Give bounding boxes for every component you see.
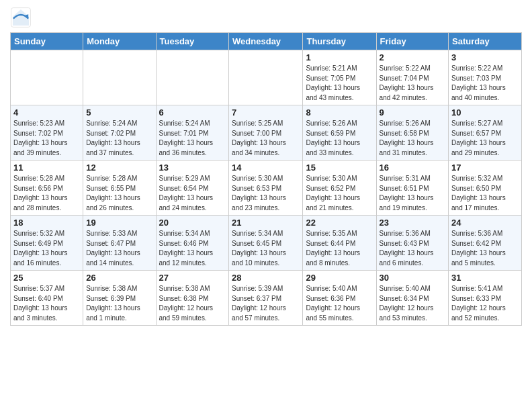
day-info: Sunrise: 5:38 AM Sunset: 6:38 PM Dayligh… xyxy=(159,284,226,323)
day-number: 4 xyxy=(13,107,80,118)
day-number: 19 xyxy=(86,218,152,228)
week-row-5: 25Sunrise: 5:37 AM Sunset: 6:40 PM Dayli… xyxy=(11,271,522,326)
calendar-cell: 17Sunrise: 5:32 AM Sunset: 6:50 PM Dayli… xyxy=(449,161,522,216)
calendar-cell: 2Sunrise: 5:22 AM Sunset: 7:04 PM Daylig… xyxy=(376,50,448,105)
day-number: 28 xyxy=(232,273,300,283)
day-info: Sunrise: 5:26 AM Sunset: 6:59 PM Dayligh… xyxy=(306,119,373,158)
day-number: 20 xyxy=(159,218,226,228)
day-info: Sunrise: 5:27 AM Sunset: 6:57 PM Dayligh… xyxy=(451,119,519,158)
day-number: 16 xyxy=(380,163,445,173)
weekday-header-monday: Monday xyxy=(83,33,156,50)
calendar-cell: 19Sunrise: 5:33 AM Sunset: 6:47 PM Dayli… xyxy=(83,216,156,271)
week-row-4: 18Sunrise: 5:32 AM Sunset: 6:49 PM Dayli… xyxy=(11,216,522,271)
calendar-cell: 7Sunrise: 5:25 AM Sunset: 7:00 PM Daylig… xyxy=(229,105,303,161)
day-number: 6 xyxy=(159,107,226,118)
calendar-cell xyxy=(156,50,229,105)
weekday-header-tuesday: Tuesday xyxy=(156,33,229,50)
day-info: Sunrise: 5:41 AM Sunset: 6:33 PM Dayligh… xyxy=(451,284,519,323)
week-row-3: 11Sunrise: 5:28 AM Sunset: 6:56 PM Dayli… xyxy=(11,161,522,216)
day-number: 13 xyxy=(159,163,226,173)
logo-icon xyxy=(10,7,32,28)
day-info: Sunrise: 5:25 AM Sunset: 7:00 PM Dayligh… xyxy=(232,119,300,158)
calendar-cell: 8Sunrise: 5:26 AM Sunset: 6:59 PM Daylig… xyxy=(303,105,376,161)
day-number: 24 xyxy=(451,218,519,228)
day-info: Sunrise: 5:24 AM Sunset: 7:01 PM Dayligh… xyxy=(159,119,226,158)
day-number: 22 xyxy=(306,218,373,228)
day-info: Sunrise: 5:35 AM Sunset: 6:44 PM Dayligh… xyxy=(306,229,373,268)
day-info: Sunrise: 5:34 AM Sunset: 6:45 PM Dayligh… xyxy=(232,229,300,268)
calendar-cell: 25Sunrise: 5:37 AM Sunset: 6:40 PM Dayli… xyxy=(11,271,83,326)
calendar-cell: 5Sunrise: 5:24 AM Sunset: 7:02 PM Daylig… xyxy=(83,105,156,161)
calendar-cell: 18Sunrise: 5:32 AM Sunset: 6:49 PM Dayli… xyxy=(11,216,83,271)
day-info: Sunrise: 5:33 AM Sunset: 6:47 PM Dayligh… xyxy=(86,229,152,268)
day-number: 12 xyxy=(86,163,152,173)
day-number: 9 xyxy=(380,107,445,118)
weekday-header-friday: Friday xyxy=(376,33,448,50)
day-info: Sunrise: 5:34 AM Sunset: 6:46 PM Dayligh… xyxy=(159,229,226,268)
calendar-cell: 4Sunrise: 5:23 AM Sunset: 7:02 PM Daylig… xyxy=(11,105,83,161)
weekday-header-thursday: Thursday xyxy=(303,33,376,50)
day-number: 10 xyxy=(451,107,519,118)
day-number: 8 xyxy=(306,107,373,118)
day-number: 18 xyxy=(13,218,80,228)
calendar-cell: 20Sunrise: 5:34 AM Sunset: 6:46 PM Dayli… xyxy=(156,216,229,271)
day-info: Sunrise: 5:22 AM Sunset: 7:03 PM Dayligh… xyxy=(451,64,519,103)
day-info: Sunrise: 5:28 AM Sunset: 6:56 PM Dayligh… xyxy=(13,174,80,213)
weekday-header-row: SundayMondayTuesdayWednesdayThursdayFrid… xyxy=(11,33,522,50)
day-number: 30 xyxy=(380,273,445,283)
day-info: Sunrise: 5:28 AM Sunset: 6:55 PM Dayligh… xyxy=(86,174,152,213)
header xyxy=(10,7,522,28)
logo xyxy=(10,7,34,28)
day-info: Sunrise: 5:36 AM Sunset: 6:42 PM Dayligh… xyxy=(451,229,519,268)
calendar-cell: 3Sunrise: 5:22 AM Sunset: 7:03 PM Daylig… xyxy=(449,50,522,105)
day-info: Sunrise: 5:26 AM Sunset: 6:58 PM Dayligh… xyxy=(380,119,445,158)
calendar-cell: 13Sunrise: 5:29 AM Sunset: 6:54 PM Dayli… xyxy=(156,161,229,216)
day-number: 27 xyxy=(159,273,226,283)
calendar-cell: 12Sunrise: 5:28 AM Sunset: 6:55 PM Dayli… xyxy=(83,161,156,216)
calendar-cell: 31Sunrise: 5:41 AM Sunset: 6:33 PM Dayli… xyxy=(449,271,522,326)
day-info: Sunrise: 5:29 AM Sunset: 6:54 PM Dayligh… xyxy=(159,174,226,213)
day-number: 26 xyxy=(86,273,152,283)
weekday-header-saturday: Saturday xyxy=(449,33,522,50)
calendar-cell: 24Sunrise: 5:36 AM Sunset: 6:42 PM Dayli… xyxy=(449,216,522,271)
day-info: Sunrise: 5:36 AM Sunset: 6:43 PM Dayligh… xyxy=(380,229,445,268)
day-info: Sunrise: 5:24 AM Sunset: 7:02 PM Dayligh… xyxy=(86,119,152,158)
calendar-cell: 1Sunrise: 5:21 AM Sunset: 7:05 PM Daylig… xyxy=(303,50,376,105)
calendar-cell: 29Sunrise: 5:40 AM Sunset: 6:36 PM Dayli… xyxy=(303,271,376,326)
calendar-cell: 27Sunrise: 5:38 AM Sunset: 6:38 PM Dayli… xyxy=(156,271,229,326)
calendar: SundayMondayTuesdayWednesdayThursdayFrid… xyxy=(10,32,522,326)
day-info: Sunrise: 5:40 AM Sunset: 6:34 PM Dayligh… xyxy=(380,284,445,323)
day-info: Sunrise: 5:39 AM Sunset: 6:37 PM Dayligh… xyxy=(232,284,300,323)
day-number: 29 xyxy=(306,273,373,283)
day-info: Sunrise: 5:32 AM Sunset: 6:49 PM Dayligh… xyxy=(13,229,80,268)
calendar-cell: 11Sunrise: 5:28 AM Sunset: 6:56 PM Dayli… xyxy=(11,161,83,216)
weekday-header-wednesday: Wednesday xyxy=(229,33,303,50)
day-number: 21 xyxy=(232,218,300,228)
day-number: 1 xyxy=(306,52,373,62)
calendar-cell: 28Sunrise: 5:39 AM Sunset: 6:37 PM Dayli… xyxy=(229,271,303,326)
day-info: Sunrise: 5:30 AM Sunset: 6:52 PM Dayligh… xyxy=(306,174,373,213)
week-row-1: 1Sunrise: 5:21 AM Sunset: 7:05 PM Daylig… xyxy=(11,50,522,105)
day-info: Sunrise: 5:22 AM Sunset: 7:04 PM Dayligh… xyxy=(380,64,445,103)
day-number: 3 xyxy=(451,52,519,62)
calendar-cell: 23Sunrise: 5:36 AM Sunset: 6:43 PM Dayli… xyxy=(376,216,448,271)
day-number: 17 xyxy=(451,163,519,173)
week-row-2: 4Sunrise: 5:23 AM Sunset: 7:02 PM Daylig… xyxy=(11,105,522,161)
calendar-cell xyxy=(229,50,303,105)
day-number: 15 xyxy=(306,163,373,173)
calendar-cell: 16Sunrise: 5:31 AM Sunset: 6:51 PM Dayli… xyxy=(376,161,448,216)
day-info: Sunrise: 5:40 AM Sunset: 6:36 PM Dayligh… xyxy=(306,284,373,323)
day-number: 7 xyxy=(232,107,300,118)
calendar-cell xyxy=(83,50,156,105)
weekday-header-sunday: Sunday xyxy=(11,33,83,50)
day-info: Sunrise: 5:38 AM Sunset: 6:39 PM Dayligh… xyxy=(86,284,152,323)
day-number: 25 xyxy=(13,273,80,283)
day-number: 2 xyxy=(380,52,445,62)
calendar-cell xyxy=(11,50,83,105)
day-info: Sunrise: 5:21 AM Sunset: 7:05 PM Dayligh… xyxy=(306,64,373,103)
day-number: 31 xyxy=(451,273,519,283)
day-info: Sunrise: 5:30 AM Sunset: 6:53 PM Dayligh… xyxy=(232,174,300,213)
calendar-cell: 14Sunrise: 5:30 AM Sunset: 6:53 PM Dayli… xyxy=(229,161,303,216)
calendar-cell: 21Sunrise: 5:34 AM Sunset: 6:45 PM Dayli… xyxy=(229,216,303,271)
day-info: Sunrise: 5:32 AM Sunset: 6:50 PM Dayligh… xyxy=(451,174,519,213)
